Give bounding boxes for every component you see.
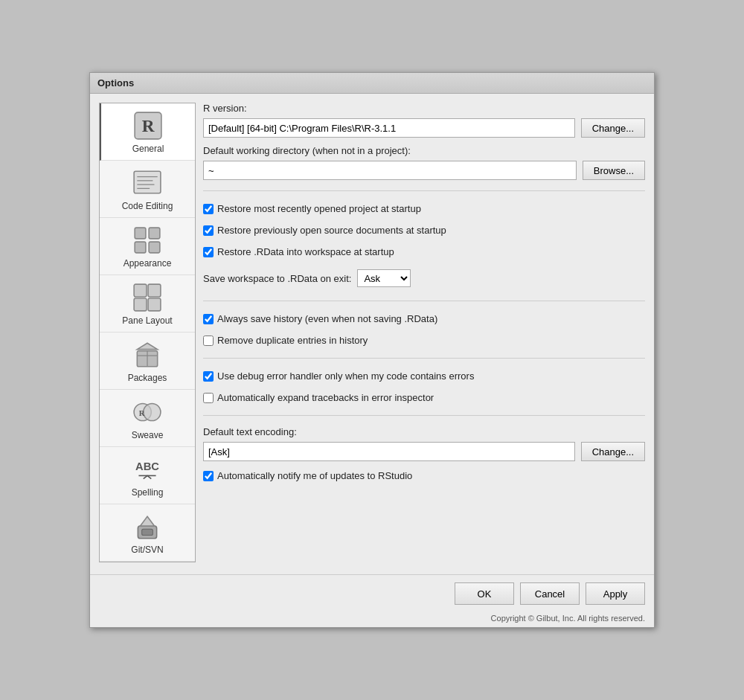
browse-button[interactable]: Browse... xyxy=(583,161,645,180)
sidebar-code-editing-label: Code Editing xyxy=(122,201,173,211)
r-version-row: Change... xyxy=(203,118,645,138)
sweave-icon: R xyxy=(132,397,162,427)
dialog-body: R General Code Editing xyxy=(90,94,654,571)
separator-2 xyxy=(203,301,645,301)
svg-rect-11 xyxy=(134,284,147,297)
cancel-button[interactable]: Cancel xyxy=(520,582,580,605)
expand-tracebacks-row: Automatically expand tracebacks in error… xyxy=(203,392,645,403)
sidebar-appearance-label: Appearance xyxy=(124,258,172,269)
sidebar-packages-label: Packages xyxy=(128,373,167,383)
sidebar-item-code-editing[interactable]: Code Editing xyxy=(100,161,195,218)
expand-tracebacks-checkbox[interactable] xyxy=(203,393,214,403)
r-version-label: R version: xyxy=(203,103,645,114)
main-content: R version: Change... Default working dir… xyxy=(203,103,645,562)
svg-marker-25 xyxy=(141,516,155,526)
restore-source-row: Restore previously open source documents… xyxy=(203,225,645,236)
remove-duplicates-checkbox[interactable] xyxy=(203,335,214,346)
save-workspace-label: Save workspace to .RData on exit: xyxy=(203,273,351,284)
appearance-icon xyxy=(132,225,162,255)
code-editing-icon xyxy=(132,168,162,198)
r-version-group: R version: Change... xyxy=(203,103,645,138)
notify-updates-label: Automatically notify me of updates to RS… xyxy=(217,470,412,481)
sidebar-item-appearance[interactable]: Appearance xyxy=(100,218,195,275)
svg-rect-2 xyxy=(134,171,161,193)
r-version-change-button[interactable]: Change... xyxy=(581,118,645,138)
dialog-title: Options xyxy=(97,77,134,89)
svg-marker-16 xyxy=(137,343,157,349)
default-wd-row: Browse... xyxy=(203,161,645,180)
encoding-change-button[interactable]: Change... xyxy=(581,442,645,461)
svg-rect-13 xyxy=(134,298,147,311)
restore-rdata-row: Restore .RData into workspace at startup xyxy=(203,246,645,257)
remove-duplicates-row: Remove duplicate entries in history xyxy=(203,335,645,346)
encoding-label: Default text encoding: xyxy=(203,426,645,437)
notify-updates-checkbox[interactable] xyxy=(203,471,214,481)
encoding-row: Change... xyxy=(203,442,645,461)
title-bar: Options xyxy=(90,73,654,94)
restore-source-checkbox[interactable] xyxy=(203,225,214,236)
save-workspace-row: Save workspace to .RData on exit: Ask Al… xyxy=(203,269,645,287)
sidebar-item-spelling[interactable]: ABC Spelling xyxy=(100,447,195,504)
default-wd-input[interactable] xyxy=(203,161,577,180)
encoding-group: Default text encoding: Change... xyxy=(203,426,645,461)
default-wd-label: Default working directory (when not in a… xyxy=(203,145,645,156)
encoding-input[interactable] xyxy=(203,442,575,461)
sidebar-item-git-svn[interactable]: Git/SVN xyxy=(100,504,195,562)
sidebar-general-label: General xyxy=(132,144,164,154)
sidebar-git-svn-label: Git/SVN xyxy=(131,545,163,555)
options-dialog: Options R General xyxy=(89,72,655,628)
save-history-label: Always save history (even when not savin… xyxy=(217,313,437,324)
apply-button[interactable]: Apply xyxy=(586,582,645,605)
debug-error-checkbox[interactable] xyxy=(203,371,214,382)
svg-text:ABC: ABC xyxy=(135,460,159,472)
notify-updates-row: Automatically notify me of updates to RS… xyxy=(203,470,645,481)
remove-duplicates-label: Remove duplicate entries in history xyxy=(217,335,368,346)
separator-4 xyxy=(203,415,645,416)
sidebar-item-pane-layout[interactable]: Pane Layout xyxy=(100,275,195,333)
svg-rect-7 xyxy=(135,228,146,239)
dialog-footer: OK Cancel Apply xyxy=(90,574,654,612)
svg-rect-9 xyxy=(135,242,146,253)
sidebar-item-general[interactable]: R General xyxy=(100,103,195,161)
svg-rect-26 xyxy=(142,529,153,535)
save-workspace-dropdown[interactable]: Ask Always Never xyxy=(357,269,411,287)
separator-3 xyxy=(203,358,645,359)
sidebar-item-sweave[interactable]: R Sweave xyxy=(100,390,195,447)
save-history-checkbox[interactable] xyxy=(203,314,214,324)
sidebar-item-packages[interactable]: Packages xyxy=(100,333,195,390)
restore-project-label: Restore most recently opened project at … xyxy=(217,203,421,214)
svg-text:R: R xyxy=(139,409,145,417)
sidebar: R General Code Editing xyxy=(99,103,196,562)
svg-text:R: R xyxy=(142,116,155,135)
ok-button[interactable]: OK xyxy=(455,582,514,605)
pane-layout-icon xyxy=(132,283,162,312)
git-svn-icon xyxy=(132,512,162,542)
restore-source-label: Restore previously open source documents… xyxy=(217,225,446,236)
default-wd-group: Default working directory (when not in a… xyxy=(203,145,645,180)
debug-error-row: Use debug error handler only when my cod… xyxy=(203,370,645,382)
sidebar-pane-layout-label: Pane Layout xyxy=(122,315,172,326)
restore-rdata-label: Restore .RData into workspace at startup xyxy=(217,246,394,257)
spelling-icon: ABC xyxy=(132,455,162,484)
restore-project-row: Restore most recently opened project at … xyxy=(203,203,645,214)
save-history-row: Always save history (even when not savin… xyxy=(203,313,645,324)
copyright-text: Copyright © Gilbut, Inc. All rights rese… xyxy=(90,612,654,627)
restore-project-checkbox[interactable] xyxy=(203,204,214,214)
svg-rect-10 xyxy=(149,242,160,253)
expand-tracebacks-label: Automatically expand tracebacks in error… xyxy=(217,392,434,403)
svg-rect-12 xyxy=(148,284,161,297)
restore-rdata-checkbox[interactable] xyxy=(203,247,214,257)
packages-icon xyxy=(132,340,162,370)
r-version-input[interactable] xyxy=(203,118,575,138)
separator-1 xyxy=(203,190,645,191)
svg-rect-8 xyxy=(149,228,160,239)
debug-error-label: Use debug error handler only when my cod… xyxy=(217,370,474,382)
svg-point-20 xyxy=(144,403,161,420)
r-icon: R xyxy=(133,111,163,141)
svg-rect-14 xyxy=(148,298,161,311)
sidebar-sweave-label: Sweave xyxy=(132,430,164,440)
sidebar-spelling-label: Spelling xyxy=(132,487,164,498)
